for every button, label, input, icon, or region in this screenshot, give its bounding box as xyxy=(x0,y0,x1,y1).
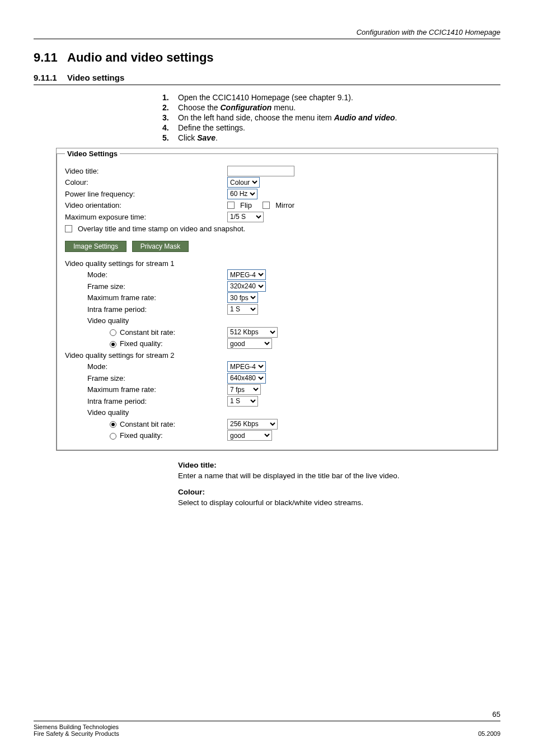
flip-checkbox[interactable] xyxy=(227,202,235,209)
s1-fixq-radio[interactable] xyxy=(110,341,116,348)
video-settings-screenshot: Video Settings Video title: Colour: Colo… xyxy=(56,148,498,451)
s1-cbr-select[interactable]: 512 Kbps xyxy=(227,327,278,338)
s1-fixq-option[interactable]: Fixed quality: xyxy=(65,338,227,349)
s1-cbr-option[interactable]: Constant bit rate: xyxy=(65,327,227,338)
s2-frame-size-label: Frame size: xyxy=(65,373,227,384)
s1-video-quality-label: Video quality xyxy=(65,315,227,326)
mirror-label: Mirror xyxy=(275,200,294,211)
step-5: 5.Click Save. xyxy=(162,133,500,142)
video-settings-legend: Video Settings xyxy=(65,148,120,160)
s2-fixq-select[interactable]: good xyxy=(227,430,272,441)
subsection-rule xyxy=(34,85,500,85)
step-text: Click xyxy=(178,133,197,142)
s1-frame-size-select[interactable]: 320x240 xyxy=(227,281,266,292)
video-title-input[interactable] xyxy=(227,166,294,176)
subsection-number: 9.11.1 xyxy=(34,73,67,82)
power-line-frequency-label: Power line frequency: xyxy=(65,189,227,200)
power-line-frequency-select[interactable]: 60 Hz xyxy=(227,189,257,199)
step-em: Audio and video xyxy=(334,113,395,122)
footer-left-1: Siemens Building Technologies xyxy=(34,724,119,730)
s1-mode-label: Mode: xyxy=(65,269,227,281)
page-header: Configuration with the CCIC1410 Homepage xyxy=(34,28,500,36)
s1-cbr-radio[interactable] xyxy=(110,329,116,336)
max-exposure-select[interactable]: 1/5 S xyxy=(227,212,264,222)
header-rule xyxy=(34,39,500,39)
s2-cbr-select[interactable]: 256 Kbps xyxy=(227,419,278,430)
step-num: 3. xyxy=(162,113,178,122)
colour-label: Colour: xyxy=(65,177,227,188)
colour-select[interactable]: Colour xyxy=(227,177,260,188)
step-num: 1. xyxy=(162,93,178,102)
step-text: . xyxy=(395,113,397,122)
s1-fixq-label: Fixed quality: xyxy=(120,339,163,348)
s1-intra-label: Intra frame period: xyxy=(65,304,227,315)
mirror-checkbox[interactable] xyxy=(263,202,270,209)
video-title-desc-heading: Video title: xyxy=(178,461,500,469)
footer-right: 05.2009 xyxy=(478,730,500,737)
s2-max-frame-rate-select[interactable]: 7 fps xyxy=(227,384,261,395)
stream2-heading: Video quality settings for stream 2 xyxy=(65,350,175,361)
step-num: 4. xyxy=(162,123,178,132)
s2-max-frame-rate-label: Maximum frame rate: xyxy=(65,384,227,395)
step-2: 2.Choose the Configuration menu. xyxy=(162,103,500,112)
privacy-mask-button[interactable]: Privacy Mask xyxy=(132,241,189,252)
s2-cbr-radio[interactable] xyxy=(110,421,116,428)
step-em: Configuration xyxy=(221,103,272,112)
s2-mode-label: Mode: xyxy=(65,361,227,372)
video-title-desc-text: Enter a name that will be displayed in t… xyxy=(178,472,500,480)
stream1-heading: Video quality settings for stream 1 xyxy=(65,258,175,269)
step-text: On the left hand side, choose the menu i… xyxy=(178,113,334,122)
section-number: 9.11 xyxy=(34,50,67,65)
s1-mode-select[interactable]: MPEG-4 xyxy=(227,269,266,280)
colour-desc-heading: Colour: xyxy=(178,488,500,496)
s1-max-frame-rate-select[interactable]: 30 fps xyxy=(227,292,258,303)
step-4: 4.Define the settings. xyxy=(162,123,500,132)
s1-cbr-label: Constant bit rate: xyxy=(120,328,175,337)
step-text: Choose the xyxy=(178,103,221,112)
section-heading: 9.11Audio and video settings xyxy=(34,50,500,65)
flip-label: Flip xyxy=(240,200,252,211)
step-num: 2. xyxy=(162,103,178,112)
steps-list: 1.Open the CCIC1410 Homepage (see chapte… xyxy=(162,93,500,142)
overlay-checkbox[interactable] xyxy=(65,225,72,232)
s2-video-quality-label: Video quality xyxy=(65,407,227,418)
footer-rule xyxy=(34,721,500,721)
s2-intra-select[interactable]: 1 S xyxy=(227,396,258,407)
colour-desc-text: Select to display colourful or black/whi… xyxy=(178,498,500,507)
s2-cbr-label: Constant bit rate: xyxy=(120,420,175,428)
s2-fixq-radio[interactable] xyxy=(110,433,116,440)
s2-fixq-label: Fixed quality: xyxy=(120,431,163,440)
s1-intra-select[interactable]: 1 S xyxy=(227,304,258,315)
page-number: 65 xyxy=(34,710,500,718)
video-settings-fieldset: Video Settings Video title: Colour: Colo… xyxy=(57,148,498,450)
max-exposure-label: Maximum exposure time: xyxy=(65,212,227,223)
subsection-heading: 9.11.1Video settings xyxy=(34,73,500,82)
subsection-title: Video settings xyxy=(67,73,124,82)
step-em: Save xyxy=(197,133,216,142)
step-num: 5. xyxy=(162,133,178,142)
image-settings-button[interactable]: Image Settings xyxy=(65,241,127,252)
s1-fixq-select[interactable]: good xyxy=(227,338,272,349)
video-orientation-label: Video orientation: xyxy=(65,200,227,211)
s2-intra-label: Intra frame period: xyxy=(65,396,227,407)
step-text: . xyxy=(216,133,218,142)
step-text: menu. xyxy=(271,103,296,112)
step-3: 3.On the left hand side, choose the menu… xyxy=(162,113,500,122)
s2-fixq-option[interactable]: Fixed quality: xyxy=(65,430,227,441)
page-footer: 65 Siemens Building Technologies Fire Sa… xyxy=(34,710,500,737)
s1-frame-size-label: Frame size: xyxy=(65,281,227,292)
section-title: Audio and video settings xyxy=(67,50,214,64)
s1-max-frame-rate-label: Maximum frame rate: xyxy=(65,292,227,304)
s2-frame-size-select[interactable]: 640x480 xyxy=(227,373,266,384)
descriptions: Video title: Enter a name that will be d… xyxy=(178,461,500,507)
step-text: Define the settings. xyxy=(178,123,245,132)
s2-mode-select[interactable]: MPEG-4 xyxy=(227,361,266,372)
overlay-label: Overlay title and time stamp on video an… xyxy=(78,223,245,235)
s2-cbr-option[interactable]: Constant bit rate: xyxy=(65,419,227,430)
step-text: Open the CCIC1410 Homepage (see chapter … xyxy=(178,93,353,102)
footer-left-2: Fire Safety & Security Products xyxy=(34,730,119,737)
video-title-label: Video title: xyxy=(65,166,227,177)
step-1: 1.Open the CCIC1410 Homepage (see chapte… xyxy=(162,93,500,102)
